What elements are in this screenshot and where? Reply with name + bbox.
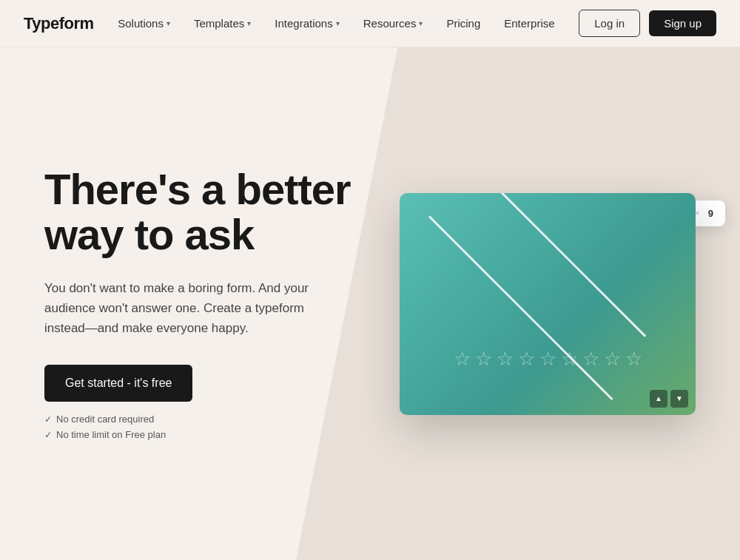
star-7: ☆	[582, 348, 599, 371]
form-preview-background: ☆ ☆ ☆ ☆ ☆ ☆ ☆ ☆ ☆ ▲ ▼	[400, 193, 696, 415]
hero-right: Steps 9	[400, 193, 696, 415]
hero-left: There's a better way to ask You don't wa…	[44, 167, 363, 440]
nav-templates[interactable]: Templates ▾	[184, 11, 261, 36]
court-line-1	[488, 193, 646, 337]
steps-value: 9	[708, 208, 713, 219]
chevron-down-icon: ▾	[166, 19, 170, 27]
brand-logo[interactable]: Typeform	[24, 14, 94, 33]
stars-rating: ☆ ☆ ☆ ☆ ☆ ☆ ☆ ☆ ☆	[454, 348, 642, 371]
hero-section: There's a better way to ask You don't wa…	[0, 0, 740, 560]
nav-enterprise[interactable]: Enterprise	[494, 11, 565, 36]
navbar: Typeform Solutions ▾ Templates ▾ Integra…	[0, 0, 740, 47]
star-2: ☆	[475, 348, 492, 371]
nav-actions: Log in Sign up	[579, 10, 716, 37]
nav-links: Solutions ▾ Templates ▾ Integrations ▾ R…	[107, 11, 565, 36]
star-5: ☆	[539, 348, 556, 371]
signup-button[interactable]: Sign up	[649, 10, 716, 36]
form-preview: ☆ ☆ ☆ ☆ ☆ ☆ ☆ ☆ ☆ ▲ ▼	[400, 193, 696, 415]
nav-pricing-label: Pricing	[446, 17, 480, 30]
nav-solutions-label: Solutions	[118, 17, 164, 30]
star-8: ☆	[604, 348, 621, 371]
hero-content: There's a better way to ask You don't wa…	[0, 123, 740, 485]
star-4: ☆	[518, 348, 535, 371]
hero-description: You don't want to make a boring form. An…	[44, 278, 326, 339]
star-6: ☆	[561, 348, 578, 371]
court-line-2	[428, 215, 613, 400]
nav-enterprise-label: Enterprise	[504, 17, 554, 30]
star-9: ☆	[625, 348, 642, 371]
star-1: ☆	[454, 348, 471, 371]
check-no-time-limit: No time limit on Free plan	[44, 429, 363, 440]
star-3: ☆	[497, 348, 514, 371]
form-preview-container: ☆ ☆ ☆ ☆ ☆ ☆ ☆ ☆ ☆ ▲ ▼	[400, 193, 696, 415]
nav-templates-label: Templates	[194, 17, 244, 30]
chevron-down-icon: ▾	[419, 19, 423, 27]
hero-checks: No credit card required No time limit on…	[44, 414, 363, 440]
nav-integrations[interactable]: Integrations ▾	[264, 11, 349, 36]
chevron-down-icon: ▾	[336, 19, 340, 27]
nav-pricing[interactable]: Pricing	[436, 11, 491, 36]
check-no-credit-card: No credit card required	[44, 414, 363, 425]
nav-resources-label: Resources	[363, 17, 417, 30]
nav-solutions[interactable]: Solutions ▾	[107, 11, 181, 36]
cta-button[interactable]: Get started - it's free	[44, 365, 192, 402]
nav-arrows: ▲ ▼	[650, 390, 688, 408]
prev-arrow[interactable]: ▲	[650, 390, 667, 408]
nav-resources[interactable]: Resources ▾	[353, 11, 434, 36]
login-button[interactable]: Log in	[579, 10, 640, 37]
nav-integrations-label: Integrations	[275, 17, 332, 30]
court-lines	[400, 193, 696, 415]
chevron-down-icon: ▾	[247, 19, 251, 27]
hero-title: There's a better way to ask	[44, 167, 363, 257]
next-arrow[interactable]: ▼	[670, 390, 688, 408]
